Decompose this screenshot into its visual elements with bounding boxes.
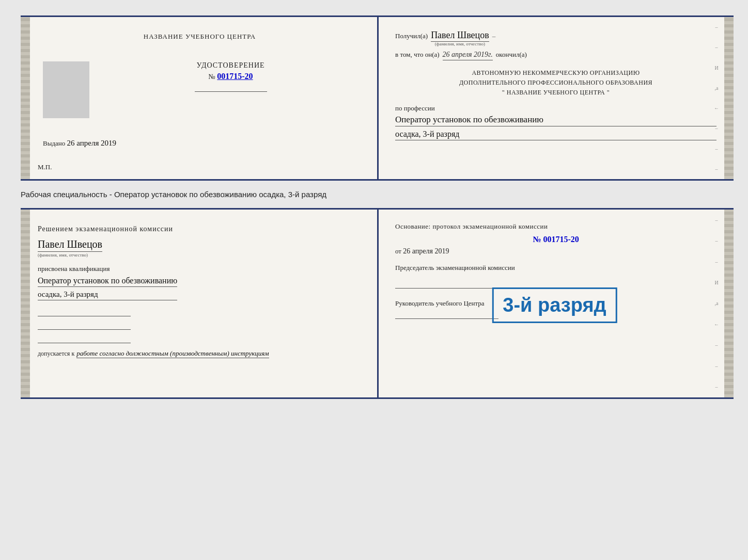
subtitle-text: Рабочая специальность - Оператор установ… <box>21 190 326 199</box>
vtom-date: 26 апреля 2019г. <box>443 51 493 60</box>
protocol-number: № 001715-20 <box>395 235 716 244</box>
pavel-shvetsov-block: Павел Швецов (фамилия, имя, отчество) <box>38 238 102 258</box>
doc2-right: Основание: протокол экзаменационной коми… <box>377 210 732 397</box>
predsedatel-label: Председатель экзаменационной комиссии <box>395 263 716 273</box>
doc1-right: Получил(а) Павел Швецов (фамилия, имя, о… <box>377 17 732 179</box>
prisvoena-label: присвоена квалификация <box>38 265 110 273</box>
poluchil-line: Получил(а) Павел Швецов (фамилия, имя, о… <box>395 30 716 46</box>
org-block: АВТОНОМНУЮ НЕКОММЕРЧЕСКУЮ ОРГАНИЗАЦИЮ ДО… <box>395 68 716 98</box>
resheniem-title: Решением экзаменационной комиссии <box>38 225 173 233</box>
document-card-1: НАЗВАНИЕ УЧЕБНОГО ЦЕНТРА УДОСТОВЕРЕНИЕ №… <box>21 15 734 181</box>
doc1-center-title: НАЗВАНИЕ УЧЕБНОГО ЦЕНТРА <box>144 33 256 41</box>
mp-label: М.П. <box>38 163 52 171</box>
number-prefix-label: № 001715-20 <box>208 72 253 81</box>
razryad-text: осадка, 3-й разряд <box>395 130 716 140</box>
dopusk-value: работе согласно должностным (производств… <box>76 349 269 358</box>
dopuskaetsya-line: допускается к работе согласно должностны… <box>38 349 269 358</box>
qualification-block: Оператор установок по обезвоживанию осад… <box>38 276 177 300</box>
doc1-left: НАЗВАНИЕ УЧЕБНОГО ЦЕНТРА УДОСТОВЕРЕНИЕ №… <box>22 17 377 179</box>
sign-line-2 <box>38 321 131 330</box>
right-deco: – – И ,а ← – – – <box>714 17 719 179</box>
page-container: НАЗВАНИЕ УЧЕБНОГО ЦЕНТРА УДОСТОВЕРЕНИЕ №… <box>10 10 738 404</box>
ot-date: 26 апреля 2019 <box>403 247 449 255</box>
doc2-recipient-name: Павел Швецов <box>38 238 102 252</box>
vydano-date: 26 апреля 2019 <box>67 139 117 147</box>
doc2-profession-line1: Оператор установок по обезвоживанию <box>38 276 177 287</box>
doc2-left: Решением экзаменационной комиссии Павел … <box>22 210 377 397</box>
udostoverenie-number: 001715-20 <box>217 72 253 81</box>
photo-placeholder <box>43 61 89 118</box>
sign-line-3 <box>38 334 131 343</box>
udostoverenie-block: УДОСТОВЕРЕНИЕ № 001715-20 <box>100 61 362 92</box>
sign-lines-block <box>38 307 131 343</box>
stamp-overlay: 3-й разряд <box>492 287 617 323</box>
vtom-line: в том, что он(а) 26 апреля 2019г. окончи… <box>395 51 716 60</box>
stamp-text: 3-й разряд <box>503 294 606 316</box>
ot-date-line: от 26 апреля 2019 <box>395 247 716 255</box>
sign-line-1 <box>38 307 131 316</box>
document-card-2: Решением экзаменационной комиссии Павел … <box>21 208 734 399</box>
right-deco-2: – – – И ,а ← – – – <box>714 210 719 397</box>
doc2-profession-line2: осадка, 3-й разряд <box>38 290 177 300</box>
po-professii-label: по профессии <box>395 104 716 113</box>
vydano-line: Выдано 26 апреля 2019 <box>43 139 362 148</box>
osnovanie-label: Основание: протокол экзаменационной коми… <box>395 222 716 231</box>
recipient-name: Павел Швецов <box>431 30 489 42</box>
profession-text: Оператор установок по обезвоживанию <box>395 115 716 126</box>
udostoverenie-title: УДОСТОВЕРЕНИЕ <box>196 61 264 70</box>
